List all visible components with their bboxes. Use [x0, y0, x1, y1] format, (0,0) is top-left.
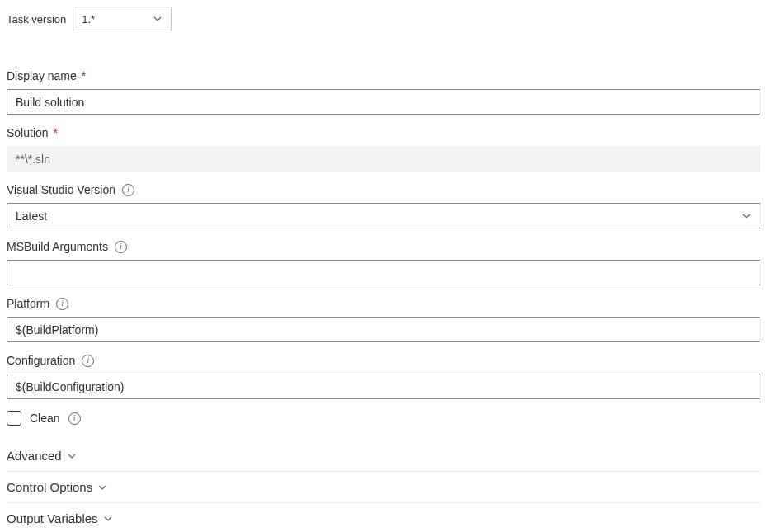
platform-input[interactable]: [7, 317, 760, 342]
info-icon[interactable]: i: [115, 241, 127, 253]
platform-group: Platform i: [7, 297, 760, 342]
task-version-value: 1.*: [82, 13, 95, 26]
chevron-down-icon: [741, 211, 751, 221]
vs-version-group: Visual Studio Version i Latest: [7, 183, 760, 228]
task-version-select[interactable]: 1.*: [73, 7, 172, 31]
task-version-label: Task version: [7, 13, 66, 26]
chevron-down-icon: [103, 514, 113, 524]
configuration-label: Configuration i: [7, 354, 760, 367]
vs-version-value: Latest: [16, 210, 47, 223]
display-name-label: Display name *: [7, 69, 760, 82]
section-output-variables-label: Output Variables: [7, 511, 98, 525]
display-name-input[interactable]: [7, 89, 760, 115]
chevron-down-icon: [153, 14, 162, 24]
solution-group: Solution *: [7, 126, 760, 172]
clean-row: Clean i: [7, 411, 760, 426]
configuration-group: Configuration i: [7, 354, 760, 399]
solution-input[interactable]: [7, 146, 760, 172]
section-control-options[interactable]: Control Options: [7, 472, 760, 503]
info-icon[interactable]: i: [68, 412, 81, 425]
msbuild-args-label: MSBuild Arguments i: [7, 240, 760, 253]
task-version-row: Task version 1.*: [7, 7, 760, 31]
solution-label: Solution *: [7, 126, 760, 139]
section-control-options-label: Control Options: [7, 480, 92, 494]
msbuild-args-input[interactable]: [7, 260, 760, 285]
clean-label: Clean: [30, 412, 60, 425]
required-indicator: *: [78, 69, 86, 82]
section-advanced-label: Advanced: [7, 449, 62, 463]
platform-label: Platform i: [7, 297, 760, 310]
section-output-variables[interactable]: Output Variables: [7, 503, 760, 532]
info-icon[interactable]: i: [122, 184, 134, 196]
msbuild-args-group: MSBuild Arguments i: [7, 240, 760, 285]
clean-checkbox[interactable]: [7, 411, 21, 426]
section-advanced[interactable]: Advanced: [7, 440, 760, 472]
chevron-down-icon: [97, 483, 107, 492]
required-indicator: *: [50, 126, 58, 139]
vs-version-label: Visual Studio Version i: [7, 183, 760, 196]
configuration-input[interactable]: [7, 374, 760, 399]
info-icon[interactable]: i: [56, 298, 68, 310]
display-name-group: Display name *: [7, 69, 760, 115]
vs-version-select[interactable]: Latest: [7, 203, 760, 228]
info-icon[interactable]: i: [82, 355, 94, 367]
chevron-down-icon: [67, 451, 77, 461]
